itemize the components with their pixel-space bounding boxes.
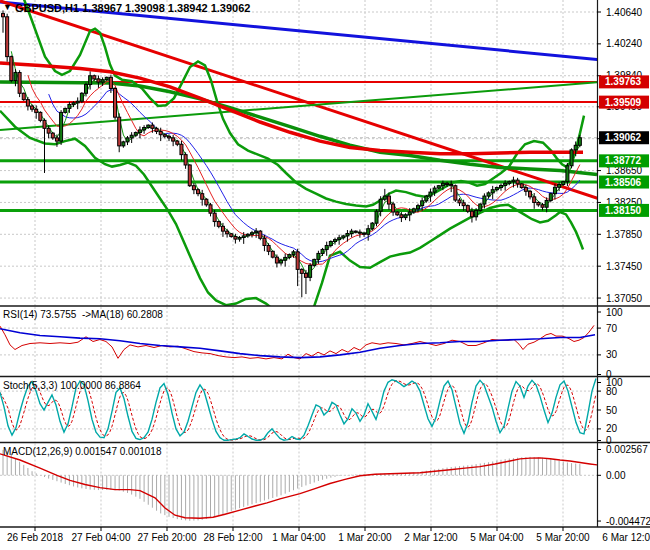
time-axis-label: 6 Mar 12:00 bbox=[602, 532, 650, 543]
svg-text:30: 30 bbox=[606, 349, 618, 360]
svg-text:1.38772: 1.38772 bbox=[605, 155, 642, 166]
time-axis-label: 5 Mar 20:00 bbox=[536, 532, 590, 543]
svg-text:1.38506: 1.38506 bbox=[605, 177, 642, 188]
svg-text:80: 80 bbox=[606, 386, 618, 397]
svg-text:20: 20 bbox=[606, 423, 618, 434]
svg-text:70: 70 bbox=[606, 323, 618, 334]
svg-text:1.37050: 1.37050 bbox=[606, 293, 643, 304]
svg-text:100: 100 bbox=[606, 307, 623, 318]
svg-text:1.39062: 1.39062 bbox=[605, 132, 642, 143]
svg-text:0.00: 0.00 bbox=[606, 470, 626, 481]
trading-chart-window: 1.406401.402401.398401.394501.390501.386… bbox=[0, 0, 650, 550]
time-axis-label: 26 Feb 2018 bbox=[7, 532, 64, 543]
time-axis-label: 1 Mar 04:00 bbox=[272, 532, 326, 543]
time-axis-label: 2 Mar 12:00 bbox=[404, 532, 458, 543]
svg-text:1.40240: 1.40240 bbox=[606, 38, 643, 49]
time-axis-label: 5 Mar 04:00 bbox=[470, 532, 524, 543]
time-axis-label: 27 Feb 20:00 bbox=[138, 532, 197, 543]
time-axis-label: 1 Mar 20:00 bbox=[338, 532, 392, 543]
svg-text:50: 50 bbox=[606, 405, 618, 416]
svg-text:-0.004472: -0.004472 bbox=[606, 516, 650, 527]
svg-text:1.40640: 1.40640 bbox=[606, 7, 643, 18]
svg-text:1.39763: 1.39763 bbox=[605, 76, 642, 87]
time-axis-label: 27 Feb 04:00 bbox=[72, 532, 131, 543]
time-axis-label: 28 Feb 12:00 bbox=[204, 532, 263, 543]
svg-text:1.39509: 1.39509 bbox=[605, 97, 642, 108]
svg-text:1.38150: 1.38150 bbox=[605, 205, 642, 216]
chart-canvas[interactable]: 1.406401.402401.398401.394501.390501.386… bbox=[0, 0, 650, 550]
svg-text:1.37450: 1.37450 bbox=[606, 261, 643, 272]
svg-text:0.002567: 0.002567 bbox=[606, 444, 648, 455]
svg-text:1.37850: 1.37850 bbox=[606, 229, 643, 240]
